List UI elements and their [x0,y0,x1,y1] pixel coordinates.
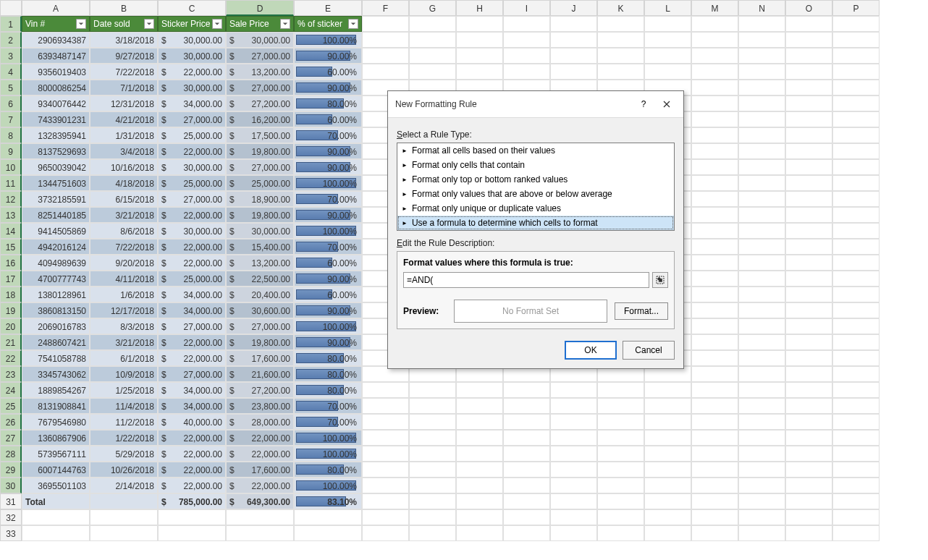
cell[interactable] [691,350,738,366]
cell[interactable]: 1344751603 [22,175,90,191]
cell[interactable] [832,287,880,302]
cell[interactable] [503,478,550,493]
row-header[interactable]: 14 [0,223,22,239]
cell[interactable] [785,493,832,509]
column-header-j[interactable]: J [550,0,597,16]
cell[interactable]: 7541058788 [22,350,90,366]
cell[interactable]: 1/6/2018 [90,287,158,302]
row-header[interactable]: 33 [0,525,22,541]
cell[interactable] [785,191,832,207]
cell[interactable] [691,493,738,509]
cell[interactable] [691,159,738,175]
cell[interactable] [456,414,503,430]
cell[interactable]: $22,000.00 [158,462,226,478]
data-bar-cell[interactable]: 83.10% [294,493,362,509]
cell[interactable] [691,318,738,334]
row-header[interactable]: 15 [0,239,22,255]
column-header-n[interactable]: N [738,0,785,16]
cell[interactable] [644,462,691,478]
cell[interactable] [456,493,503,509]
row-header[interactable]: 32 [0,509,22,525]
cell[interactable] [738,430,785,446]
cell[interactable] [691,478,738,493]
cell[interactable] [832,302,880,318]
cell[interactable] [738,239,785,255]
cell[interactable]: $23,800.00 [226,398,294,414]
row-header[interactable]: 18 [0,287,22,302]
data-bar-cell[interactable]: 70.00% [294,398,362,414]
cell[interactable] [550,525,597,541]
cell[interactable] [597,398,644,414]
cell[interactable]: $27,000.00 [226,318,294,334]
cell[interactable] [456,525,503,541]
cell[interactable]: $22,000.00 [158,350,226,366]
cell[interactable] [832,48,880,64]
filter-dropdown-button[interactable] [212,19,222,29]
cell[interactable] [503,462,550,478]
cell[interactable] [550,430,597,446]
filter-dropdown-button[interactable] [348,19,358,29]
cell[interactable] [738,16,785,32]
cell[interactable]: $34,000.00 [158,398,226,414]
row-header[interactable]: 17 [0,271,22,287]
cell[interactable] [597,509,644,525]
cell[interactable] [832,334,880,350]
data-bar-cell[interactable]: 90.00% [294,271,362,287]
cell[interactable] [785,255,832,271]
cell[interactable] [738,111,785,127]
cell[interactable]: $17,600.00 [226,350,294,366]
column-header-c[interactable]: C [158,0,226,16]
cell[interactable]: 3/4/2018 [90,143,158,159]
cell[interactable]: $22,000.00 [158,255,226,271]
cell[interactable] [738,255,785,271]
cell[interactable]: 4094989639 [22,255,90,271]
cell[interactable] [503,525,550,541]
cell[interactable]: $27,200.00 [226,382,294,398]
data-bar-cell[interactable]: 80.00% [294,366,362,382]
cell[interactable]: $785,000.00 [158,493,226,509]
row-header[interactable]: 21 [0,334,22,350]
cell[interactable] [644,509,691,525]
cell[interactable] [22,509,90,525]
row-header[interactable]: 22 [0,350,22,366]
data-bar-cell[interactable]: 70.00% [294,414,362,430]
cell[interactable] [738,127,785,143]
cell[interactable] [785,398,832,414]
cell[interactable] [456,446,503,462]
cell[interactable] [738,223,785,239]
cell[interactable] [550,382,597,398]
cell[interactable]: 3/21/2018 [90,207,158,223]
data-bar-cell[interactable]: 80.00% [294,350,362,366]
cell[interactable]: 9414505869 [22,223,90,239]
cell[interactable] [597,64,644,80]
cell[interactable]: $21,600.00 [226,366,294,382]
cell[interactable]: 9340076442 [22,96,90,111]
cell[interactable]: 7433901231 [22,111,90,127]
column-header-p[interactable]: P [832,0,880,16]
rule-type-list[interactable]: ►Format all cells based on their values►… [397,143,675,231]
data-bar-cell[interactable]: 60.00% [294,64,362,80]
cell[interactable] [738,32,785,48]
cell[interactable] [832,446,880,462]
data-bar-cell[interactable]: 90.00% [294,207,362,223]
cell[interactable]: $25,000.00 [158,271,226,287]
cell[interactable]: 6393487147 [22,48,90,64]
cell[interactable]: 2069016783 [22,318,90,334]
cell[interactable] [503,16,550,32]
cell[interactable] [409,398,456,414]
data-bar-cell[interactable]: 70.00% [294,127,362,143]
cell[interactable]: 7/22/2018 [90,64,158,80]
cell[interactable]: $30,600.00 [226,302,294,318]
cell[interactable] [738,318,785,334]
row-header[interactable]: 31 [0,493,22,509]
cell[interactable] [832,382,880,398]
cell[interactable] [597,525,644,541]
cell[interactable] [691,32,738,48]
cell[interactable] [503,446,550,462]
column-header-m[interactable]: M [691,0,738,16]
cell[interactable] [90,493,158,509]
data-bar-cell[interactable]: 100.00% [294,446,362,462]
data-bar-cell[interactable]: 80.00% [294,382,362,398]
filter-dropdown-button[interactable] [280,19,290,29]
cell[interactable] [362,382,409,398]
